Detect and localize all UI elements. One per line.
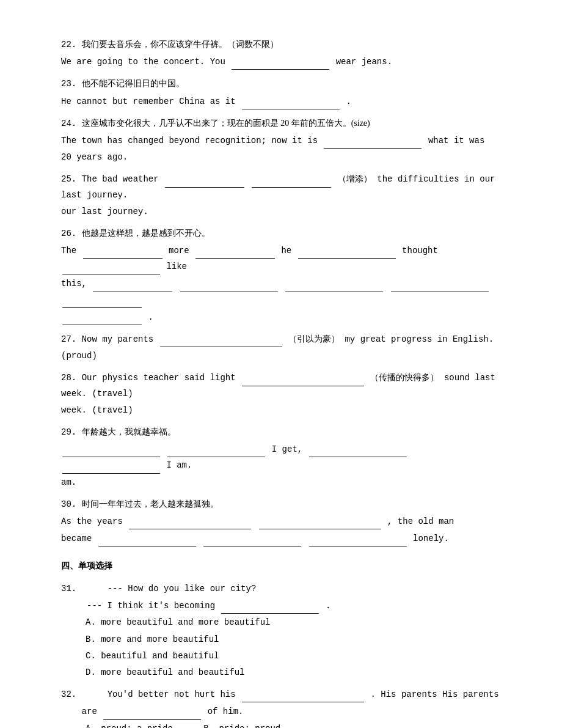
- q29-blank2: [167, 441, 265, 457]
- q29-english: I get, I am.: [61, 441, 513, 473]
- q29-am: am.: [61, 475, 513, 490]
- q22-chinese: 22. 我们要去音乐会，你不应该穿牛仔裤。（词数不限）: [61, 37, 513, 53]
- q30-chinese: 30. 时间一年年过去，老人越来越孤独。: [61, 496, 513, 512]
- question-23: 23. 他不能不记得旧日的中国。 He cannot but remember …: [61, 76, 513, 109]
- question-24: 24. 这座城市变化很大，几乎认不出来了；现在的面积是 20 年前的五倍大。(s…: [61, 116, 513, 166]
- q30-english-line2: became lonely.: [61, 531, 513, 546]
- question-25: 25. The bad weather （增添） the difficultie…: [61, 171, 513, 219]
- q26-blank1: [83, 243, 162, 259]
- q26-english-line2: this,: [61, 276, 513, 307]
- q25-continuation: our last journey.: [61, 204, 513, 219]
- q31-option-c: C. beautiful and beautiful: [86, 649, 513, 664]
- q31-dialogue2: --- I think it's becoming .: [61, 598, 513, 614]
- q32-english2: are of him.: [61, 704, 513, 719]
- q24-english2: 20 years ago.: [61, 150, 513, 165]
- q28-continuation: week. (travel): [61, 403, 513, 418]
- q22-blank: [232, 54, 329, 70]
- section-4-title: 四、单项选择: [61, 557, 513, 575]
- q29-blank4: [62, 457, 160, 473]
- q24-english: The town has changed beyond recognition;…: [61, 133, 513, 149]
- question-26: 26. 他越是这样想，越是感到不开心。 The more he thought …: [61, 226, 513, 325]
- q30-blank3: [98, 531, 196, 546]
- question-30: 30. 时间一年年过去，老人越来越孤独。 As the years , the …: [61, 496, 513, 547]
- q31-option-b: B. more and more beautiful: [86, 632, 513, 647]
- q23-chinese: 23. 他不能不记得旧日的中国。: [61, 76, 513, 92]
- q25-blank1: [165, 171, 244, 187]
- q24-chinese: 24. 这座城市变化很大，几乎认不出来了；现在的面积是 20 年前的五倍大。(s…: [61, 116, 513, 131]
- q22-english: We are going to the concert. You wear je…: [61, 54, 513, 70]
- q30-blank2: [259, 513, 381, 529]
- q25-blank2: [252, 171, 331, 187]
- q30-english-line1: As the years , the old man: [61, 513, 513, 529]
- q26-blank10: [62, 309, 142, 325]
- question-29: 29. 年龄越大，我就越幸福。 I get, I am. am.: [61, 424, 513, 490]
- question-22: 22. 我们要去音乐会，你不应该穿牛仔裤。（词数不限） We are going…: [61, 37, 513, 70]
- q28-blank: [242, 370, 364, 386]
- q23-blank: [242, 94, 340, 109]
- q26-blank4: [62, 259, 160, 274]
- q26-blank3: [298, 243, 396, 259]
- q31-option-a: A. more beautiful and more beautiful: [86, 615, 513, 630]
- q29-blank3: [309, 441, 407, 457]
- q28-english: 28. Our physics teacher said light （传播的快…: [61, 370, 513, 401]
- q26-english-line1: The more he thought like: [61, 243, 513, 274]
- q31-blank: [221, 598, 319, 614]
- exam-content: 22. 我们要去音乐会，你不应该穿牛仔裤。（词数不限） We are going…: [61, 37, 513, 728]
- q26-blank5: [93, 276, 172, 292]
- q26-chinese: 26. 他越是这样想，越是感到不开心。: [61, 226, 513, 241]
- question-31: 31. --- How do you like our city? --- I …: [61, 581, 513, 680]
- q27-blank: [160, 331, 282, 347]
- q26-blank7: [285, 276, 383, 292]
- q31-number-dialogue: 31. --- How do you like our city?: [61, 581, 513, 597]
- q30-blank5: [309, 531, 407, 546]
- q32-blank1: [242, 686, 364, 702]
- q32-option-ab: A. proud; a pride B. pride; proud: [86, 721, 513, 728]
- q31-option-d: D. more beautiful and beautiful: [86, 665, 513, 680]
- question-28: 28. Our physics teacher said light （传播的快…: [61, 370, 513, 418]
- q26-blank2: [195, 243, 275, 259]
- q26-blank9: [62, 292, 142, 308]
- q24-blank: [324, 133, 422, 149]
- q26-blank8: [391, 276, 489, 292]
- question-27: 27. Now my parents （引以为豪） my great progr…: [61, 331, 513, 364]
- q30-blank4: [203, 531, 301, 546]
- q29-blank1: [62, 441, 160, 457]
- q27-hint2: (proud): [61, 348, 513, 364]
- q32-blank2: [103, 704, 201, 719]
- q23-english: He cannot but remember China as it .: [61, 94, 513, 109]
- q30-blank1: [129, 513, 251, 529]
- q32-english1: 32. You'd better not hurt his . His pare…: [61, 686, 513, 702]
- q26-english-line3: .: [61, 309, 513, 325]
- q26-blank6: [180, 276, 278, 292]
- q25-english: 25. The bad weather （增添） the difficultie…: [61, 171, 513, 202]
- q29-chinese: 29. 年龄越大，我就越幸福。: [61, 424, 513, 440]
- question-32: 32. You'd better not hurt his . His pare…: [61, 686, 513, 728]
- q27-english: 27. Now my parents （引以为豪） my great progr…: [61, 331, 513, 347]
